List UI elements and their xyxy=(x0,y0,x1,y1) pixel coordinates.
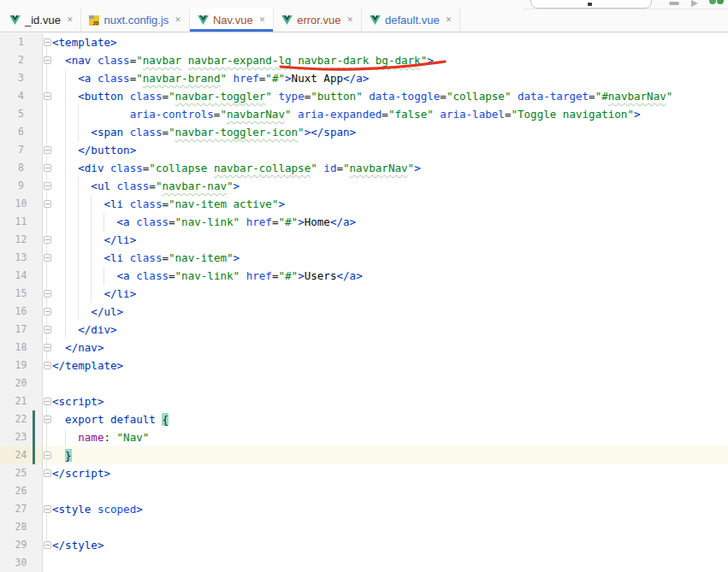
fold-end-icon[interactable] xyxy=(44,290,51,298)
gutter-line-number: 16 xyxy=(0,303,43,321)
caret-line-row: 24 } xyxy=(0,446,728,464)
code-line[interactable]: </div> xyxy=(52,321,728,339)
tab-close-icon[interactable]: ✕ xyxy=(67,16,74,24)
code-line[interactable]: } xyxy=(52,446,728,464)
code-segment: </a> xyxy=(336,269,362,282)
fold-collapse-icon[interactable] xyxy=(44,92,51,100)
fold-end-icon[interactable] xyxy=(44,326,51,333)
code-segment xyxy=(511,90,518,103)
code-line[interactable]: <li class="nav-item active"> xyxy=(52,195,728,213)
code-line[interactable]: </button> xyxy=(52,141,728,159)
code-line[interactable]: <li class="nav-item"> xyxy=(52,249,728,267)
gutter-line-number: 24 xyxy=(0,446,43,464)
code-line[interactable] xyxy=(52,518,728,536)
indent-guide xyxy=(91,195,92,303)
run-configuration-box[interactable] xyxy=(530,0,652,9)
code-line[interactable]: <ul class="navbar-nav"> xyxy=(52,177,728,195)
indent-guide xyxy=(104,267,104,285)
code-line[interactable]: name: "Nav" xyxy=(52,428,728,446)
code-segment: export xyxy=(65,413,104,426)
fold-collapse-icon[interactable] xyxy=(44,416,51,423)
code-segment: </button> xyxy=(78,144,136,156)
code-segment: "collapse xyxy=(149,162,214,174)
code-line[interactable]: <span class="navbar-toggler-icon"></span… xyxy=(52,123,728,141)
code-segment: = xyxy=(169,215,175,228)
code-row: 5 aria-controls="navbarNav" aria-expande… xyxy=(0,105,728,123)
code-line[interactable]: <a class="nav-link" href="#">Users</a> xyxy=(52,267,728,285)
tab-nav-vue[interactable]: Nav.vue✕ xyxy=(190,9,274,32)
code-line[interactable]: </style> xyxy=(52,536,728,554)
code-line[interactable]: <script> xyxy=(52,392,728,410)
fold-gutter xyxy=(43,464,52,482)
fold-end-icon[interactable] xyxy=(44,469,51,477)
tab-id-vue[interactable]: _id.vue✕ xyxy=(2,9,81,32)
fold-gutter xyxy=(43,213,52,231)
gutter-line-number: 27 xyxy=(0,500,43,518)
code-segment: aria-controls xyxy=(130,108,214,121)
coverage-green-icon[interactable] xyxy=(717,0,724,4)
code-segment: " xyxy=(220,72,227,85)
fold-collapse-icon[interactable] xyxy=(44,56,51,64)
code-line[interactable]: export default { xyxy=(52,410,728,428)
code-line[interactable]: </nav> xyxy=(52,339,728,357)
code-line[interactable]: </ul> xyxy=(52,303,728,321)
fold-end-icon[interactable] xyxy=(44,344,51,351)
tab-strip: _id.vue✕JSnuxt.config.js✕ Nav.vue✕ error… xyxy=(2,9,460,32)
fold-end-icon[interactable] xyxy=(44,541,51,549)
code-line[interactable]: <style scoped> xyxy=(52,500,728,518)
tab-error-vue[interactable]: error.vue✕ xyxy=(274,9,362,32)
code-line[interactable]: <template> xyxy=(52,33,728,51)
code-line[interactable]: <a class="nav-link" href="#">Home</a> xyxy=(52,213,728,231)
fold-end-icon[interactable] xyxy=(44,146,51,154)
tab-close-icon[interactable]: ✕ xyxy=(259,16,266,24)
fold-end-icon[interactable] xyxy=(44,362,51,369)
code-segment: > xyxy=(634,108,641,121)
fold-gutter xyxy=(43,518,52,536)
code-line[interactable]: <div class="collapse navbar-collapse" id… xyxy=(52,159,728,177)
fold-end-icon[interactable] xyxy=(44,451,51,459)
code-line[interactable]: aria-controls="navbarNav" aria-expanded=… xyxy=(52,105,728,123)
code-line[interactable] xyxy=(52,482,728,500)
code-segment: > xyxy=(278,198,285,210)
build-hammer-icon[interactable] xyxy=(669,2,679,5)
code-line[interactable]: </script> xyxy=(52,464,728,482)
tab-close-icon[interactable]: ✕ xyxy=(175,16,181,24)
code-editor[interactable]: 1<template>2 <nav class="navbar navbar-e… xyxy=(0,32,728,572)
fold-end-icon[interactable] xyxy=(44,308,51,315)
code-line[interactable]: </template> xyxy=(52,357,728,374)
code-segment xyxy=(52,108,130,121)
fold-end-icon[interactable] xyxy=(44,236,51,244)
code-segment: > xyxy=(298,215,305,228)
code-row: 29</style> xyxy=(0,536,728,554)
code-segment: aria-expanded xyxy=(298,108,382,121)
run-arrow-icon[interactable] xyxy=(691,0,698,7)
tab-label: default.vue xyxy=(385,14,440,27)
fold-collapse-icon[interactable] xyxy=(44,254,51,262)
fold-collapse-icon[interactable] xyxy=(44,182,51,190)
fold-collapse-icon[interactable] xyxy=(44,398,51,405)
code-segment: <style xyxy=(52,503,91,516)
code-line[interactable] xyxy=(52,554,728,572)
fold-collapse-icon[interactable] xyxy=(44,164,51,172)
fold-collapse-icon[interactable] xyxy=(44,38,51,46)
code-rows: 1<template>2 <nav class="navbar navbar-e… xyxy=(0,32,728,572)
fold-collapse-icon[interactable] xyxy=(44,505,51,513)
code-segment: </template> xyxy=(52,359,123,372)
fold-guide-line xyxy=(46,401,47,473)
code-line[interactable]: </li> xyxy=(52,231,728,249)
code-segment: href xyxy=(246,269,272,282)
fold-gutter xyxy=(43,482,52,500)
code-line[interactable]: </li> xyxy=(52,285,728,303)
tab-nuxt-config-js[interactable]: JSnuxt.config.js✕ xyxy=(81,9,189,32)
code-segment: > xyxy=(298,269,305,282)
tab-default-vue[interactable]: default.vue✕ xyxy=(362,9,460,32)
code-row: 16 </ul> xyxy=(0,303,728,321)
fold-collapse-icon[interactable] xyxy=(44,200,51,208)
debug-green-icon[interactable] xyxy=(709,0,716,4)
tab-close-icon[interactable]: ✕ xyxy=(446,16,453,24)
code-segment xyxy=(52,269,117,282)
code-segment: class xyxy=(136,215,169,228)
code-line[interactable]: <button class="navbar-toggler" type="but… xyxy=(52,87,728,105)
tab-close-icon[interactable]: ✕ xyxy=(346,16,353,24)
code-line[interactable] xyxy=(52,374,728,392)
